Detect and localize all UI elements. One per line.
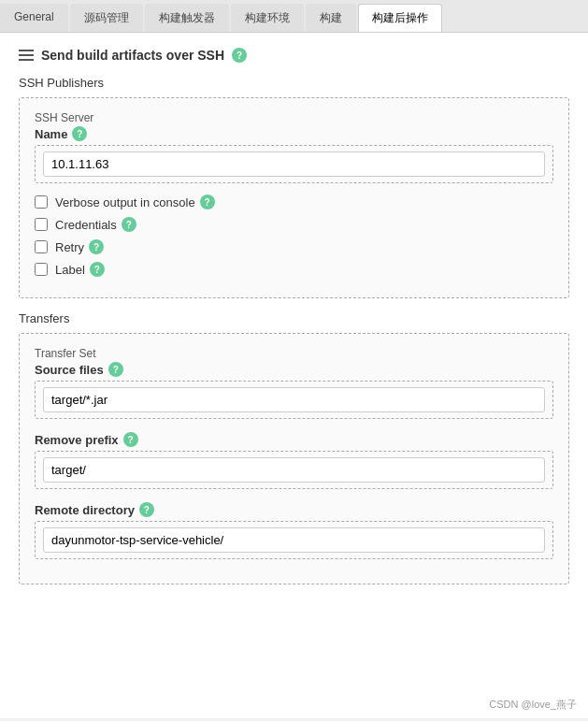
verbose-checkbox[interactable] — [35, 195, 48, 209]
tab-build-env[interactable]: 构建环境 — [231, 4, 304, 32]
transfers-box: Transfer Set Source files ? Remove prefi… — [19, 333, 569, 584]
credentials-checkbox[interactable] — [35, 218, 48, 231]
section-header: Send build artifacts over SSH ? — [19, 48, 569, 63]
tab-source-management[interactable]: 源码管理 — [70, 4, 143, 32]
remove-prefix-group: Remove prefix ? — [35, 432, 553, 489]
credentials-label: Credentials ? — [55, 217, 136, 232]
label-help-icon[interactable]: ? — [90, 262, 105, 277]
main-content: Send build artifacts over SSH ? SSH Publ… — [0, 33, 588, 718]
remove-prefix-input-box — [35, 451, 553, 489]
remote-directory-input-box — [35, 521, 553, 559]
label-label: Label ? — [55, 262, 105, 277]
name-field-group: Name ? — [35, 126, 553, 183]
remote-directory-input[interactable] — [43, 527, 545, 553]
watermark: CSDN @love_燕子 — [489, 698, 577, 712]
credentials-help-icon[interactable]: ? — [122, 217, 136, 232]
remote-directory-group: Remote directory ? — [35, 502, 553, 559]
name-input[interactable] — [43, 151, 545, 177]
verbose-row: Verbose output in console ? — [35, 195, 553, 209]
hamburger-icon[interactable] — [19, 50, 34, 61]
credentials-row: Credentials ? — [35, 217, 553, 232]
ssh-server-label: SSH Server — [35, 111, 553, 124]
section-help-icon[interactable]: ? — [232, 48, 247, 63]
name-input-box — [35, 145, 553, 183]
retry-row: Retry ? — [35, 239, 553, 254]
transfer-set-label: Transfer Set — [35, 347, 553, 360]
source-files-group: Source files ? — [35, 362, 553, 419]
source-files-help-icon[interactable]: ? — [108, 362, 123, 377]
remove-prefix-label: Remove prefix ? — [35, 432, 553, 447]
remote-directory-help-icon[interactable]: ? — [139, 502, 154, 517]
source-files-input[interactable] — [43, 387, 545, 412]
verbose-help-icon[interactable]: ? — [200, 195, 215, 209]
tab-build[interactable]: 构建 — [306, 4, 356, 32]
name-help-icon[interactable]: ? — [72, 126, 87, 141]
label-row: Label ? — [35, 262, 553, 277]
publishers-label: SSH Publishers — [19, 76, 569, 90]
ssh-publishers-box: SSH Server Name ? Verbose output in cons… — [19, 97, 569, 298]
transfers-label: Transfers — [19, 311, 569, 325]
verbose-label: Verbose output in console ? — [55, 195, 215, 209]
section-title: Send build artifacts over SSH — [41, 48, 224, 63]
retry-checkbox[interactable] — [35, 240, 48, 253]
remove-prefix-input[interactable] — [43, 457, 545, 483]
remote-directory-label: Remote directory ? — [35, 502, 553, 517]
retry-help-icon[interactable]: ? — [89, 239, 104, 254]
label-checkbox[interactable] — [35, 263, 48, 276]
retry-label: Retry ? — [55, 239, 104, 254]
remove-prefix-help-icon[interactable]: ? — [123, 432, 138, 447]
tab-post-build[interactable]: 构建后操作 — [358, 4, 442, 32]
tab-build-triggers[interactable]: 构建触发器 — [145, 4, 229, 32]
source-files-label: Source files ? — [35, 362, 553, 377]
tab-bar: General 源码管理 构建触发器 构建环境 构建 构建后操作 — [0, 0, 588, 33]
name-label: Name ? — [35, 126, 553, 141]
source-files-input-box — [35, 381, 553, 419]
tab-general[interactable]: General — [0, 4, 68, 32]
